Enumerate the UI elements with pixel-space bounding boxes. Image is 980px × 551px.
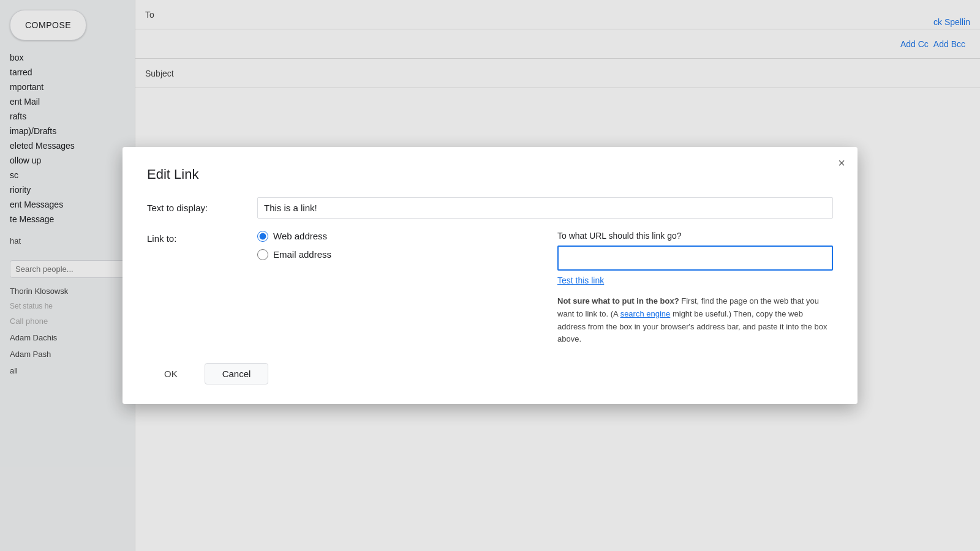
web-address-label: Web address bbox=[273, 231, 327, 241]
text-to-display-row: Text to display: bbox=[147, 197, 833, 219]
ok-button[interactable]: OK bbox=[147, 364, 195, 384]
email-address-radio[interactable] bbox=[257, 249, 268, 260]
web-address-option[interactable]: Web address bbox=[257, 231, 508, 242]
link-type-radio-group: Web address Email address bbox=[257, 231, 508, 260]
dialog-footer: OK Cancel bbox=[147, 363, 833, 384]
dialog-close-button[interactable]: × bbox=[838, 157, 845, 169]
text-to-display-input[interactable] bbox=[257, 197, 833, 219]
url-question: To what URL should this link go? bbox=[557, 231, 833, 241]
url-section: To what URL should this link go? Test th… bbox=[557, 231, 833, 346]
hint-text: Not sure what to put in the box? First, … bbox=[557, 295, 833, 346]
email-address-option[interactable]: Email address bbox=[257, 249, 508, 260]
main-area: To Add Cc Add Bcc Subject ck Spellin × E… bbox=[135, 0, 980, 551]
web-address-radio[interactable] bbox=[257, 231, 268, 242]
modal-overlay: × Edit Link Text to display: Link to: We… bbox=[0, 0, 980, 551]
cancel-button[interactable]: Cancel bbox=[205, 363, 269, 384]
dialog-title: Edit Link bbox=[147, 167, 833, 182]
url-input[interactable] bbox=[557, 246, 833, 271]
search-engine-link[interactable]: search engine bbox=[620, 309, 671, 318]
link-to-row: Link to: Web address Email address bbox=[147, 231, 833, 346]
link-to-label: Link to: bbox=[147, 231, 257, 244]
hint-bold: Not sure what to put in the box? bbox=[557, 296, 679, 305]
link-to-content: Web address Email address bbox=[257, 231, 533, 260]
edit-link-dialog: × Edit Link Text to display: Link to: We… bbox=[123, 147, 858, 404]
test-link[interactable]: Test this link bbox=[557, 276, 833, 285]
text-to-display-label: Text to display: bbox=[147, 203, 257, 213]
email-address-label: Email address bbox=[273, 249, 331, 260]
